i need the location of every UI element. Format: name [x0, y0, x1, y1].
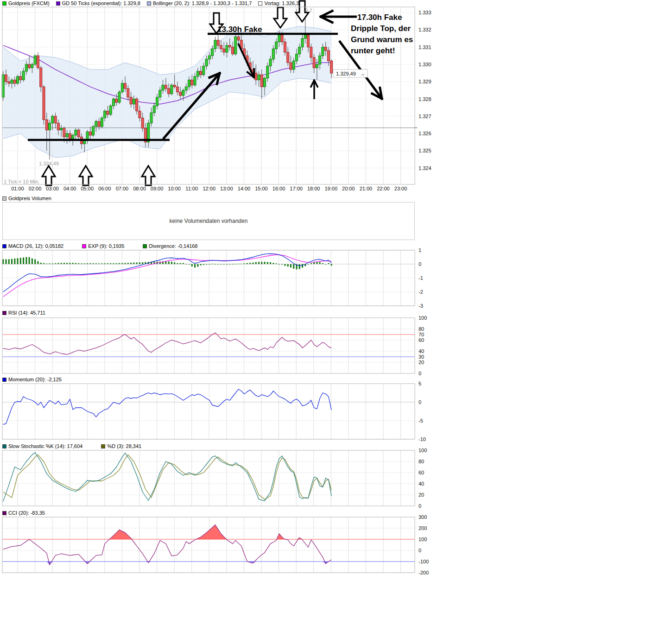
candle — [290, 63, 292, 69]
divergence-bar — [229, 264, 230, 265]
candle — [322, 47, 324, 56]
divergence-bar — [127, 263, 129, 264]
candle — [176, 87, 178, 92]
candle — [92, 126, 95, 135]
divergence-bar — [2, 259, 4, 265]
candle — [43, 87, 45, 120]
time-axis-label: 12:00 — [203, 186, 216, 191]
axis-label: -200 — [418, 570, 429, 575]
divergence-bar — [299, 264, 300, 269]
divergence-bar — [78, 263, 79, 264]
time-axis-label: 08:00 — [133, 186, 146, 191]
candle — [185, 87, 187, 90]
candle — [22, 71, 25, 80]
candle — [272, 49, 274, 59]
divergence-bar — [180, 263, 181, 264]
divergence-bar — [61, 263, 62, 264]
time-axis-label: 03:00 — [46, 186, 59, 191]
series-swatch-icon — [2, 311, 6, 315]
divergence-bar — [235, 264, 236, 265]
candle — [31, 64, 33, 68]
candle — [136, 99, 138, 111]
candle — [255, 73, 257, 80]
candle — [188, 80, 190, 87]
divergence-bar — [121, 263, 123, 264]
candle — [124, 83, 127, 88]
divergence-bar — [171, 262, 172, 264]
candle — [264, 78, 266, 87]
candle — [95, 121, 97, 126]
series-swatch-icon — [2, 244, 6, 248]
divergence-bar — [322, 263, 323, 264]
divergence-bar — [249, 263, 251, 264]
divergence-bar — [287, 264, 289, 266]
divergence-bar — [40, 263, 42, 264]
candle — [130, 97, 132, 104]
time-axis-label: 02:00 — [29, 186, 42, 191]
svg-text:→: → — [360, 71, 365, 76]
divergence-bar — [220, 264, 222, 265]
divergence-bar — [252, 263, 254, 264]
divergence-bar — [8, 259, 10, 265]
divergence-bar — [136, 263, 138, 265]
divergence-bar — [279, 264, 280, 265]
divergence-bar — [183, 263, 184, 264]
candle — [319, 56, 321, 64]
divergence-bar — [247, 263, 248, 264]
divergence-bar — [209, 264, 210, 265]
divergence-bar — [93, 263, 94, 264]
candle — [159, 90, 161, 97]
time-axis-label: 13:00 — [220, 186, 233, 191]
annotation-1730-fake-line: Dripple Top, der — [351, 24, 411, 33]
candle — [258, 75, 260, 80]
divergence-bar — [215, 264, 216, 265]
price-axis-label: 1.331 — [418, 44, 431, 50]
divergence-bar — [197, 264, 198, 267]
candle — [200, 71, 202, 75]
axis-label: 80 — [418, 459, 424, 464]
divergence-bar — [98, 264, 100, 265]
candle — [115, 99, 118, 103]
candle — [307, 35, 310, 47]
candle — [98, 121, 100, 126]
axis-label: 1 — [418, 247, 421, 253]
divergence-bar — [75, 263, 76, 264]
series-swatch-icon — [2, 196, 6, 201]
series-swatch-icon — [2, 511, 6, 515]
candle — [49, 123, 51, 130]
candle — [118, 92, 120, 102]
divergence-bar — [119, 263, 120, 264]
time-axis-label: 17:00 — [290, 186, 303, 191]
candle — [304, 35, 306, 39]
candle — [296, 54, 298, 61]
candle — [37, 56, 39, 68]
candle — [205, 59, 208, 66]
candle — [139, 111, 141, 118]
candle — [8, 82, 10, 83]
macd-chart: 10-1-2-3 — [0, 248, 433, 309]
time-axis-label: 18:00 — [307, 186, 320, 191]
candle — [17, 76, 19, 83]
time-axis-label: 05:00 — [81, 186, 94, 191]
candle — [281, 35, 283, 42]
divergence-bar — [133, 263, 134, 264]
axis-label: 60 — [418, 470, 424, 475]
axis-label: -1 — [418, 275, 423, 281]
divergence-bar — [17, 258, 19, 264]
divergence-bar — [55, 263, 56, 264]
divergence-bar — [72, 263, 74, 264]
divergence-bar — [168, 261, 170, 264]
technical-analysis-chart-page: Goldpreis (FXCM)GD 50 Ticks (exponential… — [0, 0, 672, 644]
axis-label: 0 — [418, 261, 421, 267]
divergence-bar — [194, 264, 196, 268]
candle — [109, 106, 112, 114]
divergence-bar — [110, 263, 111, 264]
divergence-bar — [284, 264, 285, 266]
candle — [191, 80, 193, 85]
candle — [5, 75, 7, 82]
candle — [182, 90, 184, 95]
candle — [165, 85, 167, 89]
candle — [266, 66, 269, 78]
candle — [133, 99, 135, 104]
divergence-bar — [328, 263, 329, 264]
